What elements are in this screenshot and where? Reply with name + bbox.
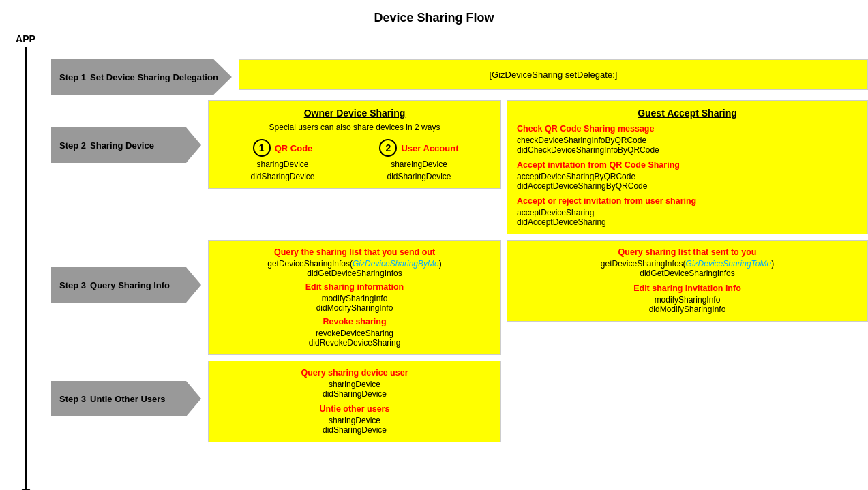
guest-section-2-line2: didAcceptDeviceSharingByQRCode <box>517 181 858 191</box>
method2: 2 User Account shareingDevice didSharing… <box>379 139 458 181</box>
step1-content-box: [GizDeviceSharing setDelegate:] <box>239 59 868 90</box>
circle-2: 2 <box>379 139 397 157</box>
app-label: APP <box>16 33 35 44</box>
device-s1-line1: sharingDevice <box>218 380 491 389</box>
step3b-tag: Step 3 Untie Other Users <box>51 381 201 416</box>
step3b-row: Step 3 Untie Other Users Query sharing d… <box>51 361 868 442</box>
guest-lower-s1-line2: didGetDeviceSharingInfos <box>517 269 858 278</box>
step1-row: Step 1 Set Device Sharing Delegation [Gi… <box>51 59 868 95</box>
owner-box-subtitle: Special users can also share devices in … <box>218 123 491 132</box>
method2-name: User Account <box>401 143 458 153</box>
method1-line1: sharingDevice <box>256 159 308 169</box>
device-s2-title: Untie other users <box>218 404 491 414</box>
query-s2-title: Edit sharing information <box>218 282 491 292</box>
query-s1-line2: didGetDeviceSharingInfos <box>218 269 491 278</box>
step3a-tag: Step 3 Query Sharing Info <box>51 267 201 303</box>
owner-sharing-box: Owner Device Sharing Special users can a… <box>208 100 501 189</box>
guest-section-3-title: Accept or reject invitation from user sh… <box>517 196 858 206</box>
circle-1: 1 <box>253 139 271 157</box>
guest-lower-s1-line1: getDeviceSharingInfos(GizDeviceSharingTo… <box>517 259 858 269</box>
guest-lower-s2-line2: didModifySharingInfo <box>517 305 858 314</box>
device-s2-line1: sharingDevice <box>218 416 491 425</box>
guest-lower-s2-title: Edit sharing invitation info <box>517 284 858 293</box>
guest-section-3-line1: acceptDeviceSharing <box>517 208 858 217</box>
query-s1-title: Query the sharing list that you send out <box>218 247 491 257</box>
device-s2-line2: didSharingDevice <box>218 425 491 435</box>
guest-lower-s1-title: Query sharing list that sent to you <box>517 247 858 257</box>
step3b-label: Untie Other Users <box>90 394 166 404</box>
guest-lower-box: Query sharing list that sent to you getD… <box>507 240 868 322</box>
guest-section-2-line1: acceptDeviceSharingByQRCode <box>517 172 858 181</box>
guest-accept-box: Guest Accept Sharing Check QR Code Shari… <box>507 100 868 234</box>
query-s3-line2: didRevokeDeviceSharing <box>218 338 491 348</box>
guest-box-title: Guest Accept Sharing <box>517 108 858 119</box>
app-column: APP <box>0 32 51 490</box>
owner-box-title: Owner Device Sharing <box>218 108 491 119</box>
step3a-row: Step 3 Query Sharing Info Query the shar… <box>51 240 868 355</box>
owner-methods: 1 QR Code sharingDevice didSharingDevice… <box>218 139 491 181</box>
guest-section-3-line2: didAcceptDeviceSharing <box>517 217 858 227</box>
step3a-label: Query Sharing Info <box>90 280 170 290</box>
guest-section-1-line1: checkDeviceSharingInfoByQRCode <box>517 136 858 145</box>
step3a-number: Step 3 <box>59 280 86 290</box>
device-s1-title: Query sharing device user <box>218 368 491 378</box>
step1-label: Set Device Sharing Delegation <box>90 72 218 82</box>
query-device-user-box: Query sharing device user sharingDevice … <box>208 361 501 442</box>
method1: 1 QR Code sharingDevice didSharingDevice <box>250 139 314 181</box>
query-s1-line1: getDeviceSharingInfos(GizDeviceSharingBy… <box>218 259 491 269</box>
step2-number: Step 2 <box>59 140 86 151</box>
page-title: Device Sharing Flow <box>0 0 868 32</box>
step2-label: Sharing Device <box>90 140 154 151</box>
guest-section-1-line2: didCheckDeviceSharingInfoByQRCode <box>517 145 858 155</box>
method1-name: QR Code <box>275 143 313 153</box>
step1-tag: Step 1 Set Device Sharing Delegation <box>51 59 232 95</box>
method2-line1: shareingDevice <box>391 159 447 169</box>
query-s3-title: Revoke sharing <box>218 317 491 326</box>
method2-line2: didSharingDevice <box>387 172 451 181</box>
query-s2-line1: modifySharingInfo <box>218 294 491 303</box>
query-s2-line2: didModifySharingInfo <box>218 303 491 313</box>
step2-tag: Step 2 Sharing Device <box>51 127 201 163</box>
method1-line2: didSharingDevice <box>250 172 314 181</box>
device-s1-line2: didSharingDevice <box>218 389 491 399</box>
step3b-number: Step 3 <box>59 394 86 404</box>
step2-row: Step 2 Sharing Device Owner Device Shari… <box>51 100 868 234</box>
step1-number: Step 1 <box>59 72 86 82</box>
query-s3-line1: revokeDeviceSharing <box>218 328 491 338</box>
guest-section-1-title: Check QR Code Sharing message <box>517 124 858 134</box>
query-info-box: Query the sharing list that you send out… <box>208 240 501 355</box>
guest-section-2-title: Accept invitation from QR Code Sharing <box>517 160 858 170</box>
steps-content: Step 1 Set Device Sharing Delegation [Gi… <box>51 32 868 490</box>
guest-lower-s2-line1: modifySharingInfo <box>517 295 858 305</box>
